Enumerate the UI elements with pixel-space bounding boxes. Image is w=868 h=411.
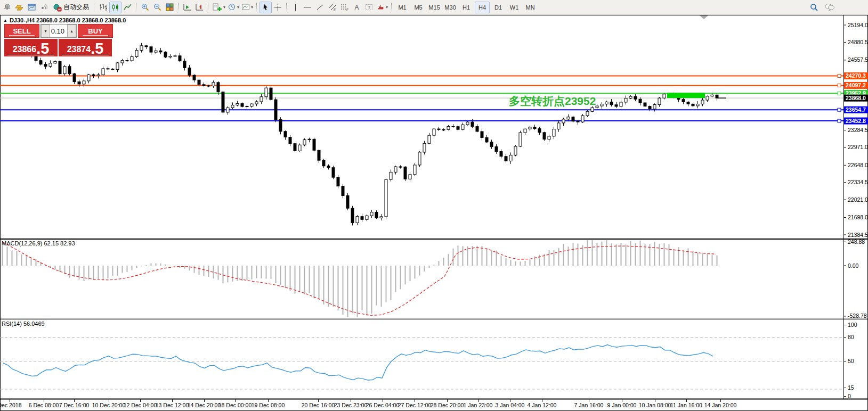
svg-text:10 Dec 20:00: 10 Dec 20:00 — [92, 402, 126, 408]
svg-text:24270.3: 24270.3 — [846, 72, 866, 79]
arrows-tool-button[interactable]: ▾ — [375, 2, 389, 13]
indicators-button[interactable]: ▾ — [211, 2, 226, 13]
toolbar-separator — [286, 3, 287, 12]
zoom-out-icon — [153, 3, 162, 12]
cursor-button[interactable] — [259, 2, 272, 13]
timeframe-m30[interactable]: M30 — [443, 2, 458, 13]
timeframe-h1[interactable]: H1 — [459, 2, 474, 13]
chart-shift-icon — [195, 3, 204, 12]
sell-price-box[interactable]: 23866.5 — [4, 39, 58, 56]
svg-text:27 Dec 12:00: 27 Dec 12:00 — [398, 402, 432, 408]
svg-text:23452.8: 23452.8 — [846, 118, 866, 124]
timeframe-m5[interactable]: M5 — [411, 2, 426, 13]
autotrading-label: 自动交易 — [63, 3, 89, 12]
timeframe-mn[interactable]: MN — [523, 2, 538, 13]
svg-text:3 Jan 04:00: 3 Jan 04:00 — [496, 402, 525, 408]
buy-button[interactable]: BUY — [78, 24, 113, 38]
timeframe-h4[interactable]: H4 — [475, 2, 490, 13]
svg-text:23284.5: 23284.5 — [848, 127, 868, 133]
svg-text:14 Jan 20:00: 14 Jan 20:00 — [704, 402, 737, 408]
chevron-down-icon: ▾ — [386, 5, 388, 10]
market-window-icon — [27, 3, 36, 12]
level-handle — [838, 84, 841, 87]
timeframe-group: M1M5M15M30H1H4D1W1MN — [394, 2, 538, 13]
svg-text:21384.5: 21384.5 — [848, 232, 868, 238]
chart-symbol-header: ▲ DJ30-,H4 23868.0 23868.0 23868.0 23868… — [3, 17, 126, 23]
volume-increase-button[interactable]: ▲ — [67, 24, 76, 37]
bar-chart-button[interactable] — [97, 2, 109, 13]
buy-price-frac: .5 — [91, 42, 103, 55]
chart-scroll-marker[interactable] — [700, 15, 708, 19]
svg-text:80: 80 — [848, 334, 854, 340]
macd-label: MACD(12,26,9) 62.15 82.93 — [2, 240, 75, 246]
text-tool-button[interactable]: A — [351, 2, 363, 13]
search-button[interactable] — [808, 2, 820, 13]
highlight-box[interactable] — [667, 93, 705, 98]
svg-text:19 Dec 08:00: 19 Dec 08:00 — [252, 402, 285, 408]
level-handle — [838, 119, 841, 122]
candlestick-chart-button[interactable] — [109, 2, 121, 13]
zoom-out-button[interactable] — [151, 2, 164, 13]
line-chart-button[interactable] — [121, 2, 134, 13]
level-handle — [838, 92, 841, 95]
channel-icon: E — [328, 3, 337, 12]
horizontal-line-icon — [303, 3, 312, 12]
fibonacci-button[interactable]: F — [338, 2, 351, 13]
templates-button[interactable]: ▾ — [240, 2, 254, 13]
auto-scroll-button[interactable] — [181, 2, 193, 13]
buy-price-box[interactable]: 23874.5 — [59, 39, 112, 56]
text-label-button[interactable]: T — [363, 2, 375, 13]
chart-annotation-text[interactable]: 多空转折点23952 — [509, 95, 596, 108]
sell-price-main: 23866 — [13, 45, 37, 55]
gold-ingot-button[interactable] — [13, 2, 26, 13]
trendline-button[interactable] — [314, 2, 326, 13]
channel-button[interactable]: E — [326, 2, 338, 13]
volume-decrease-button[interactable]: ▼ — [41, 24, 50, 37]
svg-text:Dec 2018: Dec 2018 — [0, 402, 22, 408]
new-order-button[interactable]: 单 — [1, 2, 13, 13]
chevron-down-icon: ▾ — [237, 5, 239, 10]
svg-text:1 Jan 23:00: 1 Jan 23:00 — [464, 402, 493, 408]
timeframe-w1[interactable]: W1 — [507, 2, 522, 13]
toolbar-separator — [256, 3, 257, 12]
channel-sub-glyph: E — [334, 8, 336, 12]
line-chart-icon — [123, 3, 132, 12]
market-window-button[interactable] — [26, 2, 38, 13]
periods-button[interactable]: ▾ — [226, 2, 240, 13]
timeframe-m1[interactable]: M1 — [395, 2, 410, 13]
zoom-in-button[interactable] — [139, 2, 151, 13]
svg-text:21698.0: 21698.0 — [848, 214, 868, 220]
sell-button[interactable]: SELL — [4, 24, 39, 38]
chat-button[interactable] — [823, 2, 836, 13]
svg-text:50: 50 — [848, 358, 854, 364]
fibonacci-icon: F — [340, 3, 349, 12]
chart-canvas[interactable]: 多空转折点2395225194.024880.524557.523284.522… — [0, 15, 868, 411]
svg-text:23654.7: 23654.7 — [846, 106, 866, 113]
svg-text:18 Dec 00:00: 18 Dec 00:00 — [218, 402, 252, 408]
toolbar-separator — [136, 3, 137, 12]
tile-windows-icon — [165, 3, 174, 12]
sell-price-frac: .5 — [36, 42, 49, 55]
tile-windows-button[interactable] — [164, 2, 176, 13]
vertical-line-button[interactable] — [289, 2, 302, 13]
timeframe-m15[interactable]: M15 — [427, 2, 442, 13]
svg-text:10 Jan 08:00: 10 Jan 08:00 — [639, 402, 671, 408]
tick-up-icon: ▲ — [3, 18, 7, 23]
horizontal-line-button[interactable] — [302, 2, 314, 13]
svg-text:23868.0: 23868.0 — [846, 95, 866, 101]
chart-shift-button[interactable] — [193, 2, 206, 13]
timeframe-d1[interactable]: D1 — [491, 2, 506, 13]
auto-scroll-icon — [183, 3, 192, 12]
cursor-icon — [261, 3, 270, 12]
svg-text:248.88: 248.88 — [848, 239, 865, 245]
svg-text:6 Dec 08:00: 6 Dec 08:00 — [29, 402, 59, 408]
signal-button[interactable] — [38, 2, 50, 13]
text-icon: A — [352, 3, 361, 12]
zoom-in-icon — [141, 3, 150, 12]
chart-window: 多空转折点2395225194.024880.524557.523284.522… — [0, 15, 868, 411]
crosshair-button[interactable] — [272, 2, 284, 13]
volume-value[interactable]: 0.10 — [50, 24, 67, 37]
svg-text:11 Jan 16:00: 11 Jan 16:00 — [670, 402, 702, 408]
clock-icon — [228, 3, 237, 12]
autotrading-button[interactable]: 自动交易 — [50, 2, 92, 13]
